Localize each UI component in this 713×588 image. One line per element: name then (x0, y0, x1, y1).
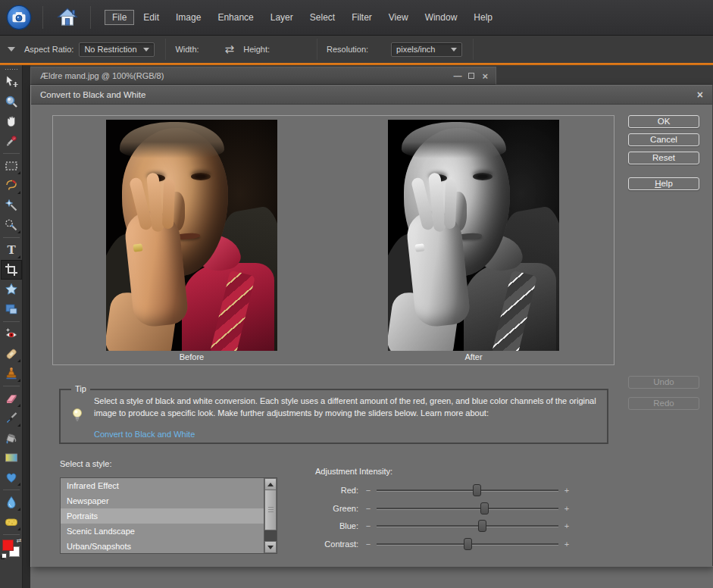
cancel-button[interactable]: Cancel (628, 133, 699, 146)
recompose-tool[interactable] (1, 299, 22, 319)
undo-button[interactable]: Undo (628, 376, 699, 389)
scroll-down-icon[interactable] (264, 541, 277, 553)
green-slider-thumb[interactable] (480, 502, 489, 514)
svg-text:T: T (7, 243, 16, 257)
foreground-color-swatch[interactable] (2, 540, 14, 551)
after-image (388, 120, 559, 351)
style-listbox: Infrared EffectNewspaperPortraitsScenic … (60, 477, 277, 554)
help-button[interactable]: Help (628, 177, 699, 190)
minimize-icon[interactable]: — (453, 71, 461, 80)
sponge-tool[interactable] (1, 512, 22, 532)
options-divider (473, 39, 474, 60)
redo-button[interactable]: Redo (628, 397, 699, 410)
reset-button[interactable]: Reset (628, 152, 699, 164)
blur-tool[interactable] (1, 493, 22, 512)
tip-legend: Tip (71, 384, 90, 393)
style-option-scenic-landscape[interactable]: Scenic Landscape (61, 524, 264, 539)
cookie-cutter-tool[interactable] (1, 280, 22, 299)
tool-options-caret-icon[interactable] (8, 47, 15, 52)
restore-icon[interactable] (468, 73, 474, 79)
brush-tool[interactable] (1, 408, 22, 428)
app-logo-camera-icon[interactable] (6, 5, 32, 30)
blue-slider-thumb[interactable] (478, 520, 486, 532)
menubar-separator (42, 6, 43, 29)
menubar-separator (90, 6, 91, 29)
scrollbar (264, 478, 277, 553)
blue-slider-track[interactable] (377, 525, 558, 527)
red-slider-track[interactable] (377, 489, 558, 492)
contrast-slider-minus[interactable]: − (363, 540, 374, 549)
dialog-titlebar[interactable]: Convert to Black and White × (31, 85, 712, 105)
green-slider-track[interactable] (377, 508, 558, 510)
resolution-value: pixels/inch (396, 45, 435, 54)
menu-item-select[interactable]: Select (302, 10, 342, 25)
red-eye-tool[interactable] (1, 324, 22, 344)
blue-slider-row: Blue:−+ (310, 518, 571, 533)
red-slider-thumb[interactable] (473, 484, 481, 496)
portrait-hair (402, 122, 506, 158)
menu-item-file[interactable]: File (105, 10, 134, 25)
menu-item-view[interactable]: View (381, 10, 416, 25)
zoom-tool[interactable] (1, 92, 22, 111)
lasso-tool[interactable] (1, 176, 22, 195)
style-option-infrared-effect[interactable]: Infrared Effect (61, 478, 264, 493)
hand-tool[interactable] (1, 111, 22, 131)
menu-item-window[interactable]: Window (417, 10, 465, 25)
menu-item-filter[interactable]: Filter (344, 10, 380, 25)
convert-bw-dialog: Convert to Black and White × (30, 85, 713, 567)
style-section-label: Select a style: (60, 459, 111, 468)
close-icon[interactable]: × (482, 70, 488, 82)
menu-item-help[interactable]: Help (466, 10, 500, 25)
tip-link[interactable]: Convert to Black and White (94, 430, 195, 439)
style-option-portraits[interactable]: Portraits (61, 508, 264, 524)
healing-brush-tool[interactable] (1, 344, 22, 364)
quick-selection-tool[interactable] (1, 215, 22, 235)
menubar: FileEditImageEnhanceLayerSelectFilterVie… (0, 0, 713, 36)
scrollbar-track[interactable] (264, 530, 277, 541)
color-swatches[interactable]: ⇄ (2, 539, 21, 563)
eraser-tool[interactable] (1, 389, 22, 408)
green-slider-plus[interactable]: + (561, 504, 572, 513)
menu-item-enhance[interactable]: Enhance (210, 10, 261, 25)
move-tool[interactable] (1, 72, 22, 92)
swap-dimensions-icon[interactable]: ⇄ (225, 42, 235, 56)
red-slider-plus[interactable]: + (561, 486, 572, 495)
adjust-section-label: Adjustment Intensity: (315, 467, 392, 476)
shape-tool[interactable] (1, 468, 22, 487)
magic-wand-tool[interactable] (1, 195, 22, 215)
ok-button[interactable]: OK (628, 115, 699, 128)
contrast-slider-plus[interactable]: + (561, 540, 572, 549)
eyedropper-tool[interactable] (1, 131, 22, 151)
marquee-tool[interactable] (1, 156, 22, 176)
red-slider-minus[interactable]: − (363, 486, 374, 495)
portrait-eye (191, 173, 211, 180)
menu-item-image[interactable]: Image (168, 10, 208, 25)
green-slider-minus[interactable]: − (363, 504, 374, 513)
scroll-up-icon[interactable] (264, 478, 277, 490)
swap-colors-icon[interactable]: ⇄ (17, 537, 22, 544)
home-icon[interactable] (55, 5, 80, 30)
dialog-close-icon[interactable]: × (697, 89, 703, 101)
scrollbar-thumb[interactable] (264, 490, 277, 530)
width-label: Width: (175, 45, 199, 54)
document-titlebar[interactable]: Ældre mand.jpg @ 100%(RGB/8) — × (30, 67, 496, 85)
toolbar-drag-handle[interactable] (5, 68, 18, 70)
toolbar-divider (3, 153, 20, 154)
style-option-newspaper[interactable]: Newspaper (61, 493, 264, 508)
menu-item-layer[interactable]: Layer (263, 10, 301, 25)
paint-bucket-tool[interactable] (1, 428, 22, 448)
contrast-slider-track[interactable] (377, 543, 558, 546)
crop-tool[interactable] (1, 260, 22, 280)
style-option-urban-snapshots[interactable]: Urban/Snapshots (61, 539, 264, 553)
blue-slider-minus[interactable]: − (363, 521, 374, 530)
aspect-ratio-dropdown[interactable]: No Restriction (79, 42, 155, 57)
blue-slider-plus[interactable]: + (561, 521, 572, 530)
clone-stamp-tool[interactable] (1, 364, 22, 383)
portrait-ring (133, 243, 142, 252)
gradient-tool[interactable] (1, 448, 22, 468)
default-colors-icon[interactable] (2, 553, 7, 558)
menu-item-edit[interactable]: Edit (136, 10, 167, 25)
contrast-slider-thumb[interactable] (464, 538, 472, 550)
type-tool[interactable]: T (1, 240, 22, 260)
resolution-dropdown[interactable]: pixels/inch (391, 42, 462, 57)
